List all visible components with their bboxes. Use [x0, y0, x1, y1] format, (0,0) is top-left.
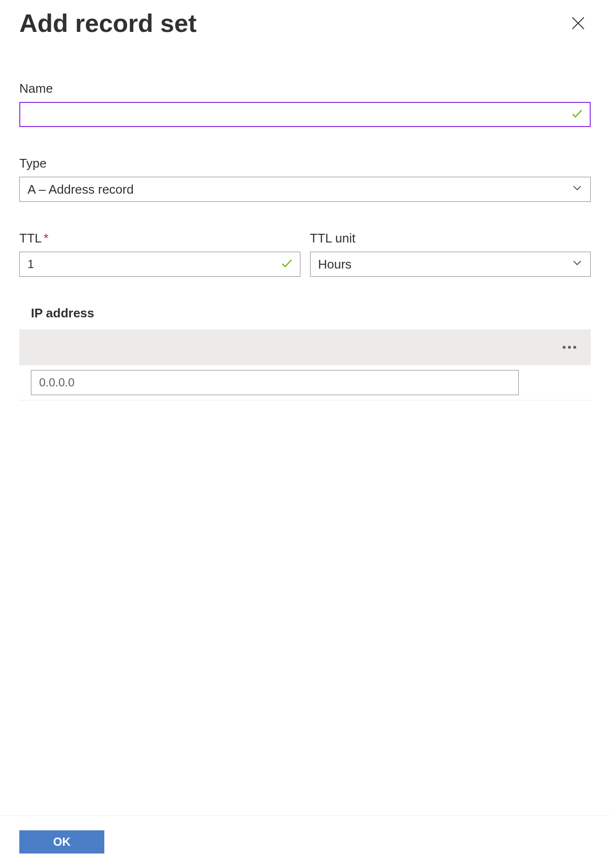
panel-title: Add record set [19, 9, 197, 38]
ip-address-label: IP address [19, 306, 591, 329]
name-input-wrapper [19, 102, 591, 127]
ttl-row: TTL* TTL unit Hours [19, 231, 591, 277]
type-field-group: Type A – Address record [19, 156, 591, 202]
name-label: Name [19, 81, 591, 96]
ttl-unit-select[interactable]: Hours [310, 252, 591, 277]
ttl-unit-label: TTL unit [310, 231, 591, 246]
panel-header: Add record set [0, 0, 610, 38]
ttl-unit-selected-value: Hours [318, 257, 352, 272]
more-horizontal-icon [563, 346, 576, 349]
ttl-label: TTL* [19, 231, 300, 246]
type-label: Type [19, 156, 591, 171]
type-selected-value: A – Address record [28, 182, 134, 197]
name-field-group: Name [19, 81, 591, 127]
close-button[interactable] [566, 11, 591, 36]
panel-footer: OK [0, 815, 610, 868]
ttl-input[interactable] [19, 252, 300, 277]
ttl-label-text: TTL [19, 231, 42, 245]
ok-button[interactable]: OK [19, 830, 104, 854]
chevron-down-icon [571, 256, 583, 272]
type-select[interactable]: A – Address record [19, 177, 591, 202]
ip-input-row [19, 365, 591, 400]
ip-address-section: IP address [19, 306, 591, 400]
ttl-unit-field-group: TTL unit Hours [310, 231, 591, 277]
ttl-input-wrapper [19, 252, 300, 277]
name-input[interactable] [19, 102, 591, 127]
chevron-down-icon [571, 182, 583, 198]
more-options-button[interactable] [560, 343, 579, 352]
ip-address-input[interactable] [31, 370, 519, 395]
ip-header-row [19, 329, 591, 365]
panel-content: Name Type A – Address record TTL* [0, 38, 610, 815]
required-star-icon: * [43, 231, 48, 245]
close-icon [569, 14, 587, 32]
ttl-field-group: TTL* [19, 231, 300, 277]
